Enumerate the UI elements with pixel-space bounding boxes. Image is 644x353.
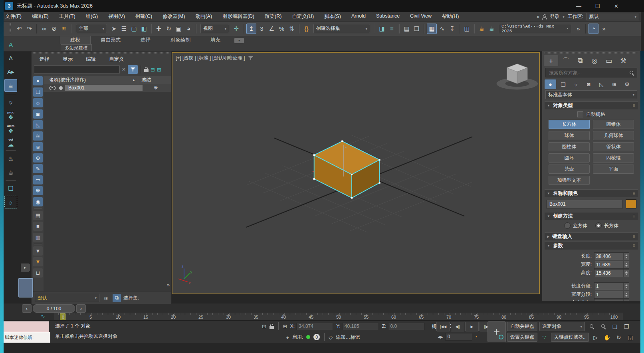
cat-shapes[interactable]: ❏ bbox=[557, 79, 569, 89]
ribbon-tab[interactable]: 对象绘制 bbox=[161, 36, 200, 44]
z-coordinate-field[interactable]: 0.0 bbox=[388, 323, 425, 330]
arnold-play-icon[interactable]: A▸ bbox=[5, 65, 17, 77]
tab-motion[interactable]: ◎ bbox=[588, 56, 601, 66]
object-type-button[interactable]: 球体 bbox=[549, 131, 590, 140]
perspective-viewport[interactable]: z x y z [+] [透视 ] [标准 ] [默认明暗处理 ] bbox=[172, 52, 540, 294]
maxscript-listener-label[interactable]: 脚本迷你侦听: bbox=[3, 332, 50, 343]
menu-item[interactable]: Arnold bbox=[346, 13, 371, 20]
isolate-selection-icon[interactable]: ⊡ bbox=[262, 323, 266, 329]
lock-icon[interactable] bbox=[144, 69, 149, 72]
explorer-search-input[interactable] bbox=[34, 65, 120, 73]
login-button[interactable]: 登录 bbox=[550, 13, 559, 20]
selection-lock-icon[interactable] bbox=[269, 326, 274, 329]
object-type-button[interactable]: 四棱锥 bbox=[593, 153, 634, 163]
object-type-button[interactable]: 平面 bbox=[593, 165, 634, 174]
menu-item[interactable]: 修改器(M) bbox=[157, 13, 190, 20]
filter-lights-icon[interactable]: ☼ bbox=[33, 98, 43, 107]
layer-explorer-icon[interactable]: ❏ bbox=[412, 24, 421, 34]
time-configuration-icon[interactable]: ◔ bbox=[474, 334, 478, 340]
filter-cameras-icon[interactable]: ◙ bbox=[33, 109, 43, 119]
tab-utilities[interactable]: ⚒ bbox=[616, 56, 630, 66]
menu-item[interactable]: 组(G) bbox=[81, 13, 103, 20]
name-column-header[interactable]: 名称(按升序排序) bbox=[49, 77, 86, 83]
field-of-view-icon[interactable]: ▷ bbox=[591, 333, 600, 342]
hierarchy-mode-icon[interactable]: ⧉ bbox=[113, 294, 121, 302]
arnold-wash-icon[interactable]: ♨ bbox=[5, 153, 17, 165]
explorer-menu-item[interactable]: 选择 bbox=[40, 56, 50, 63]
zoom-region-icon[interactable] bbox=[601, 324, 606, 329]
bind-spacewarp-icon[interactable]: ≋ bbox=[59, 24, 69, 34]
filter-funnel-icon[interactable]: ▼ bbox=[33, 246, 43, 256]
time-slider-frame-display[interactable]: 0 / 100 bbox=[33, 304, 75, 313]
creation-method-radio[interactable]: 长方体 bbox=[595, 222, 618, 229]
search-filter-button[interactable] bbox=[128, 65, 138, 74]
menu-item[interactable]: 帮助(H) bbox=[437, 13, 464, 20]
scale-icon[interactable]: ▣ bbox=[174, 24, 183, 34]
maximize-viewport-icon[interactable]: ◱ bbox=[626, 333, 635, 342]
save-reminder-icon[interactable]: ◔ bbox=[589, 24, 598, 34]
arnold-flush-icon[interactable]: A bbox=[5, 52, 17, 64]
add-time-tag[interactable]: 添加…标记 bbox=[336, 334, 360, 341]
key-mode-icon[interactable]: ◀▶ bbox=[438, 335, 443, 339]
search-input[interactable] bbox=[548, 69, 629, 76]
mirror-icon[interactable]: ◨ bbox=[377, 24, 386, 34]
menu-item[interactable]: 自定义(U) bbox=[287, 13, 319, 20]
menu-item[interactable]: 图形编辑器(D) bbox=[217, 13, 260, 20]
viewport-label[interactable]: [+] [透视 ] [标准 ] [默认明暗处理 ] bbox=[176, 55, 245, 61]
tab-hierarchy[interactable]: ⧉ bbox=[573, 56, 587, 66]
ribbon-toggle-icon[interactable]: ▦ bbox=[427, 24, 437, 34]
selection-filter-dropdown[interactable]: 全部▾ bbox=[76, 24, 107, 33]
clear-search-icon[interactable]: ✕ bbox=[122, 67, 126, 72]
object-type-button[interactable]: 长方体 bbox=[549, 120, 590, 129]
arnold-volume-icon[interactable]: vol☁ bbox=[5, 137, 17, 149]
placement-icon[interactable]: ◕ bbox=[184, 24, 193, 34]
menu-item[interactable]: 脚本(S) bbox=[319, 13, 346, 20]
maximize-button[interactable]: ☐ bbox=[588, 0, 607, 12]
block-view-icon[interactable]: ■ bbox=[33, 222, 43, 231]
arnold-light-group-icon[interactable]: ☼ bbox=[4, 196, 17, 208]
menu-item[interactable]: Substance bbox=[371, 13, 405, 20]
explorer-menu-item[interactable]: 编辑 bbox=[86, 56, 96, 63]
cat-cameras[interactable]: ◙ bbox=[583, 79, 594, 89]
filter-shapes-icon[interactable]: ❏ bbox=[33, 87, 43, 97]
zoom-extents-all-icon[interactable]: ❒ bbox=[622, 322, 631, 331]
parameter-spinner[interactable]: 1 bbox=[594, 299, 629, 301]
workspace-dropdown[interactable]: 默认 ▾ bbox=[587, 13, 639, 20]
parameter-spinner[interactable]: 1 bbox=[594, 291, 629, 299]
rendered-frame-icon[interactable]: ☕ bbox=[487, 24, 496, 34]
select-object-icon[interactable]: ➤ bbox=[109, 24, 119, 34]
tab-modify[interactable]: ⌒ bbox=[559, 56, 573, 66]
rollout-keyboard-entry[interactable]: ▶ 键盘输入 ⠿ bbox=[545, 232, 638, 240]
filter-assemblies-icon[interactable]: ▭ bbox=[33, 175, 43, 184]
redo-icon[interactable]: ↷ bbox=[25, 24, 34, 34]
progress-icon[interactable]: ◕ bbox=[286, 334, 289, 340]
arnold-procedural-icon[interactable]: proc❖ bbox=[5, 109, 17, 121]
select-by-name-icon[interactable]: ☰ bbox=[119, 24, 129, 34]
tab-display[interactable]: ▭ bbox=[602, 56, 616, 66]
object-type-button[interactable]: 管状体 bbox=[593, 142, 634, 151]
list-view-icon[interactable]: ▤ bbox=[33, 211, 43, 220]
unlink-icon[interactable]: ⊘ bbox=[50, 24, 59, 34]
explorer-expand-button[interactable]: ▸ bbox=[21, 264, 30, 272]
auto-key-button[interactable]: 自动关键点 bbox=[507, 322, 537, 331]
explorer-column-header[interactable]: 名称(按升序排序) ▲ 冻结 bbox=[44, 76, 171, 84]
playback-button[interactable]: |◀◀ bbox=[436, 322, 450, 331]
cat-systems[interactable]: ⚙ bbox=[621, 79, 633, 89]
filter-frozen-icon[interactable]: ❋ bbox=[33, 186, 43, 195]
ribbon-tab[interactable]: 填充 bbox=[200, 36, 230, 44]
set-keys-button[interactable]: + bbox=[487, 321, 506, 342]
reference-coordinate-dropdown[interactable]: 视图▾ bbox=[200, 24, 229, 33]
absolute-mode-icon[interactable]: ⊞ bbox=[283, 323, 287, 329]
explorer-overflow-icon[interactable]: » bbox=[167, 282, 169, 288]
menu-item[interactable]: 工具(T) bbox=[54, 13, 81, 20]
explorer-preset-dropdown[interactable]: 默认 ▾ bbox=[35, 294, 99, 302]
ribbon-tab[interactable]: 自由形式 bbox=[91, 36, 131, 44]
next-frame-button[interactable]: › bbox=[76, 304, 86, 313]
object-type-button[interactable]: 几何球体 bbox=[593, 131, 634, 140]
maxscript-listener-input[interactable] bbox=[3, 321, 49, 332]
toolbar-overflow-icon[interactable]: » bbox=[574, 24, 583, 34]
arnold-render-view-icon[interactable]: ☕ bbox=[4, 79, 17, 92]
collection-icon[interactable]: ⊔ bbox=[33, 268, 43, 278]
object-type-button[interactable]: 圆柱体 bbox=[549, 142, 590, 151]
toggle-scene-explorer-icon[interactable]: ▤ bbox=[402, 24, 411, 34]
